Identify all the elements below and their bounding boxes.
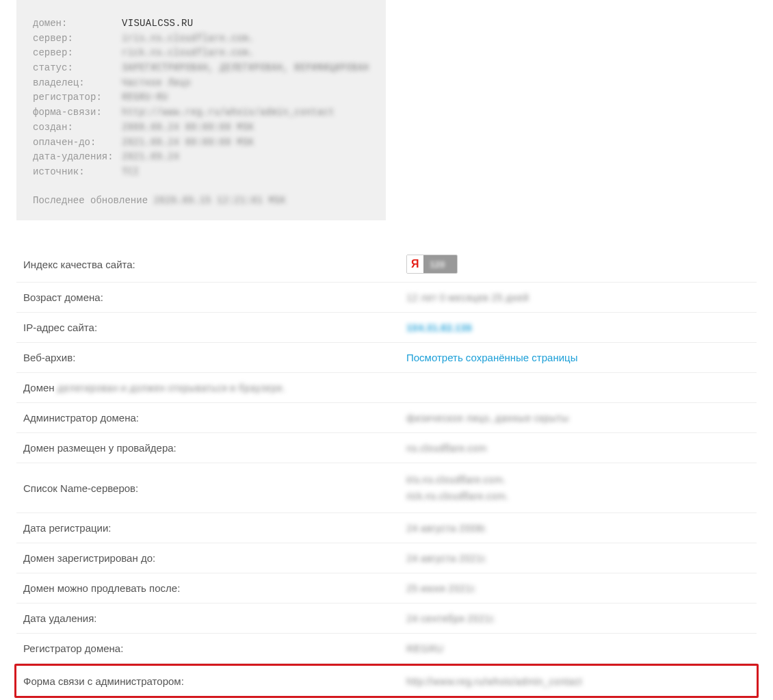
whois-update-value: 2020.09.15 12:21:01 MSK (148, 195, 286, 206)
ns-list-row: Список Name-серверов: iris.ns.cloudflare… (16, 463, 757, 513)
whois-field-value: 2008.08.24 00:00:00 MSK (122, 120, 254, 135)
domain-status-row: Домен делегирован и должен открываться в… (16, 373, 757, 403)
whois-row: сервер:rick.ns.cloudflare.com. (33, 46, 369, 61)
whois-field-value: ЗАРЕГИСТРИРОВАН, ДЕЛЕГИРОВАН, ВЕРИФИЦИРО… (122, 61, 369, 76)
whois-update-label: Последнее обновление (33, 195, 148, 206)
reg-until-row: Домен зарегистрирован до: 24 августа 202… (16, 543, 757, 573)
whois-row: источник:TCI (33, 165, 369, 180)
whois-field-label: форма-связи: (33, 105, 122, 120)
whois-field-value: 2021.09.24 (122, 150, 179, 165)
whois-row: сервер:iris.ns.cloudflare.com. (33, 31, 369, 47)
whois-field-label: регистратор: (33, 90, 122, 105)
whois-field-value: http://www.reg.ru/whois/admin_contact (122, 105, 335, 120)
provider-label: Домен размещен у провайдера: (23, 442, 406, 454)
whois-field-label: дата-удаления: (33, 150, 122, 165)
domain-status-value: делегирован и должен открываться в брауз… (57, 382, 285, 393)
ns-list-value: iris.ns.cloudflare.com. rick.ns.cloudfla… (406, 471, 508, 504)
whois-row: владелец:Частное Лицо (33, 76, 369, 91)
delete-date-label: Дата удаления: (23, 612, 406, 624)
whois-field-value: VISUALCSS.RU (122, 16, 193, 31)
whois-field-label: домен: (33, 16, 122, 31)
domain-status-text: Домен делегирован и должен открываться в… (23, 382, 285, 393)
web-archive-link[interactable]: Посмотреть сохранённые страницы (406, 352, 577, 363)
whois-row: форма-связи:http://www.reg.ru/whois/admi… (33, 105, 369, 120)
provider-row: Домен размещен у провайдера: ns.cloudfla… (16, 433, 757, 463)
whois-field-label: оплачен-до: (33, 135, 122, 151)
whois-field-label: источник: (33, 165, 122, 180)
reg-until-label: Домен зарегистрирован до: (23, 552, 406, 564)
domain-admin-row: Администратор домена: физическое лицо, д… (16, 403, 757, 433)
whois-field-label: сервер: (33, 31, 122, 47)
whois-field-value: TCI (122, 165, 139, 180)
reg-date-label: Дата регистрации: (23, 522, 406, 534)
reg-date-row: Дата регистрации: 24 августа 2008г. (16, 513, 757, 543)
web-archive-row: Веб-архив: Посмотреть сохранённые страни… (16, 343, 757, 373)
contact-form-label: Форма связи с администратором: (23, 675, 406, 687)
contact-form-highlight: Форма связи с администратором: http://ww… (14, 664, 759, 698)
delete-date-value: 24 сентября 2021г. (406, 612, 495, 624)
whois-row: статус:ЗАРЕГИСТРИРОВАН, ДЕЛЕГИРОВАН, ВЕР… (33, 61, 369, 76)
whois-last-update: Последнее обновление 2020.09.15 12:21:01… (33, 194, 369, 209)
registrar-value: REGRU (406, 643, 443, 654)
whois-row: дата-удаления:2021.09.24 (33, 150, 369, 165)
whois-field-value: 2021.08.24 00:00:00 MSK (122, 135, 254, 151)
domain-age-value: 12 лет 0 месяцев 25 дней (406, 291, 529, 303)
renew-after-row: Домен можно продлевать после: 25 июня 20… (16, 573, 757, 604)
whois-field-label: статус: (33, 61, 122, 76)
delete-date-row: Дата удаления: 24 сентября 2021г. (16, 604, 757, 634)
renew-after-value: 25 июня 2021г. (406, 582, 476, 594)
domain-age-row: Возраст домена: 12 лет 0 месяцев 25 дней (16, 283, 757, 313)
site-quality-label: Индекс качества сайта: (23, 259, 406, 270)
provider-value: ns.cloudflare.com (406, 442, 487, 454)
renew-after-label: Домен можно продлевать после: (23, 582, 406, 594)
whois-row: регистратор:REGRU-RU (33, 90, 369, 105)
reg-until-value: 24 августа 2021г. (406, 552, 487, 564)
whois-field-label: сервер: (33, 46, 122, 61)
yandex-quality-badge[interactable]: Я 120 (406, 255, 458, 274)
whois-row: домен:VISUALCSS.RU (33, 16, 369, 31)
whois-field-label: создан: (33, 120, 122, 135)
whois-field-label: владелец: (33, 76, 122, 91)
ns-value-1: iris.ns.cloudflare.com. (406, 471, 508, 488)
contact-form-value: http://www.reg.ru/whois/admin_contact (406, 675, 582, 687)
ns-list-label: Список Name-серверов: (23, 482, 406, 494)
ip-address-label: IP-адрес сайта: (23, 322, 406, 333)
domain-status-prefix: Домен (23, 382, 57, 393)
whois-row: создан:2008.08.24 00:00:00 MSK (33, 120, 369, 135)
contact-form-row: Форма связи с администратором: http://ww… (16, 666, 757, 696)
ns-value-2: rick.ns.cloudflare.com. (406, 488, 508, 504)
yandex-score: 120 (423, 255, 458, 273)
domain-admin-label: Администратор домена: (23, 412, 406, 424)
whois-row: оплачен-до:2021.08.24 00:00:00 MSK (33, 135, 369, 151)
whois-block: домен:VISUALCSS.RUсервер:iris.ns.cloudfl… (16, 0, 386, 220)
ip-address-row: IP-адрес сайта: 104.31.82.136 (16, 313, 757, 343)
whois-field-value: rick.ns.cloudflare.com. (122, 46, 254, 61)
whois-field-value: iris.ns.cloudflare.com. (122, 31, 254, 47)
reg-date-value: 24 августа 2008г. (406, 522, 487, 534)
domain-age-label: Возраст домена: (23, 291, 406, 303)
whois-field-value: Частное Лицо (122, 76, 191, 91)
domain-admin-value: физическое лицо, данные скрыты (406, 412, 568, 424)
ip-address-value[interactable]: 104.31.82.136 (406, 322, 472, 333)
yandex-icon: Я (407, 255, 423, 273)
domain-info-table: Индекс качества сайта: Я 120 Возраст дом… (16, 246, 757, 700)
whois-field-value: REGRU-RU (122, 90, 168, 105)
web-archive-label: Веб-архив: (23, 352, 406, 363)
registrar-label: Регистратор домена: (23, 643, 406, 654)
registrar-row: Регистратор домена: REGRU (16, 634, 757, 664)
site-quality-row: Индекс качества сайта: Я 120 (16, 246, 757, 283)
